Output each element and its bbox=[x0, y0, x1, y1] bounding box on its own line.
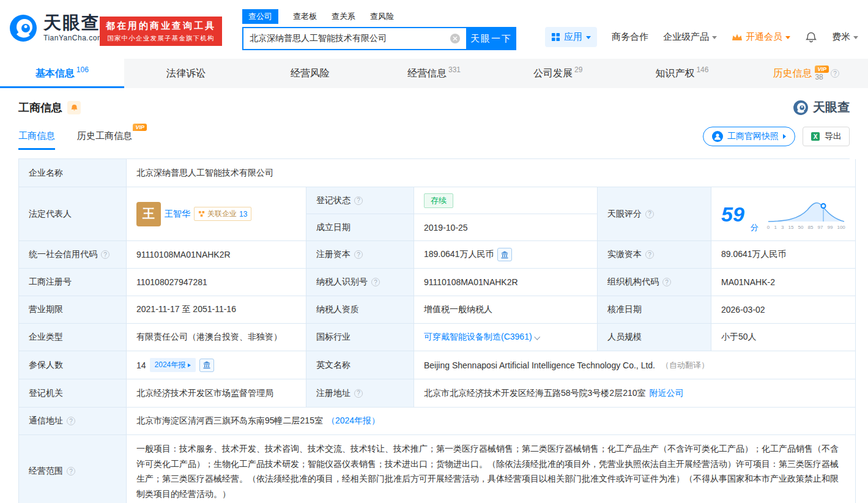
reg-address-value: 北京市北京经济技术开发区经海五路58号院3号楼2层210室 附近公司 bbox=[414, 379, 856, 408]
credit-code-label: 统一社会信用代码? bbox=[19, 241, 127, 269]
tab-count: 331 bbox=[448, 65, 461, 74]
tab-label: 历史信息 bbox=[773, 67, 812, 80]
help-icon[interactable]: ? bbox=[662, 278, 671, 286]
tab-operating-info[interactable]: 经营信息 331 bbox=[372, 59, 496, 88]
tab-intellectual-property[interactable]: 知识产权 146 bbox=[620, 59, 744, 88]
help-icon[interactable]: ? bbox=[67, 467, 75, 475]
subtab-history-business-info[interactable]: 历史工商信息 VIP bbox=[77, 130, 132, 150]
section-title: 工商信息 bbox=[18, 100, 62, 115]
business-term-value: 2021-11-17 至 2051-11-16 bbox=[127, 296, 306, 324]
tab-label: 经营信息 bbox=[407, 67, 447, 80]
industry-value: 可穿戴智能设备制造(C3961) bbox=[414, 324, 598, 351]
subtab-label: 历史工商信息 bbox=[77, 130, 132, 141]
annual-report-badge[interactable]: 2024年报 bbox=[150, 358, 196, 372]
industry-dropdown[interactable]: 可穿戴智能设备制造(C3961) bbox=[424, 332, 539, 343]
user-menu[interactable]: 费米 bbox=[832, 31, 858, 43]
export-label: 导出 bbox=[825, 131, 842, 142]
tab-operating-risk[interactable]: 经营风险 bbox=[248, 59, 372, 88]
clear-search-icon[interactable] bbox=[450, 34, 460, 43]
help-icon[interactable]: ? bbox=[67, 417, 75, 425]
enterprise-products-label: 企业级产品 bbox=[663, 31, 709, 43]
chevron-down-icon bbox=[586, 36, 591, 39]
crown-icon bbox=[732, 33, 743, 42]
tab-history-info[interactable]: 历史信息 VIP 38 ? bbox=[744, 59, 868, 88]
watermark-swirl-icon bbox=[793, 100, 809, 116]
tab-label: 知识产权 bbox=[655, 67, 694, 80]
company-section-tabs: 基本信息 106 法律诉讼 经营风险 经营信息 331 公司发展 29 知识产权… bbox=[0, 59, 868, 88]
help-icon[interactable]: ? bbox=[371, 278, 380, 286]
enterprise-products-menu[interactable]: 企业级产品 bbox=[663, 31, 717, 43]
legal-rep-name-link[interactable]: 王智华 bbox=[165, 209, 190, 220]
tab-count: 29 bbox=[574, 65, 582, 74]
tab-count: 146 bbox=[696, 65, 708, 74]
help-icon[interactable]: ? bbox=[831, 69, 839, 78]
mail-address-label: 通信地址? bbox=[19, 408, 127, 435]
chevron-down-icon bbox=[712, 36, 717, 39]
apps-menu[interactable]: 应用 bbox=[545, 27, 597, 47]
annual-report-link[interactable]: （2024年报） bbox=[327, 415, 380, 427]
company-type-label: 企业类型 bbox=[19, 324, 127, 351]
tab-legal-proceedings[interactable]: 法律诉讼 bbox=[124, 59, 248, 88]
search-tab-relation[interactable]: 查关系 bbox=[332, 11, 355, 22]
reg-capital-value: 189.0641万人民币 bbox=[414, 241, 598, 269]
search-tab-company[interactable]: 查公司 bbox=[242, 9, 278, 24]
business-cooperation-link[interactable]: 商务合作 bbox=[612, 31, 648, 43]
nearby-companies-link[interactable]: 附近公司 bbox=[650, 388, 684, 399]
tab-company-development[interactable]: 公司发展 29 bbox=[496, 59, 620, 88]
org-code-value: MA01NAHK-2 bbox=[711, 269, 856, 296]
legal-rep-avatar[interactable]: 王 bbox=[136, 202, 161, 226]
tianyancha-logo[interactable]: 天眼查 TianYanCha.com bbox=[9, 13, 103, 43]
vip-badge: VIP bbox=[133, 124, 147, 131]
business-info-table: 企业名称 北京深纳普思人工智能技术有限公司 法定代表人 王 王智华 关联企业 1… bbox=[18, 158, 850, 503]
score-distribution-chart: 0131550859799100 bbox=[767, 198, 845, 230]
help-icon[interactable]: ? bbox=[354, 389, 363, 398]
reg-number-label: 工商注册号 bbox=[19, 269, 127, 296]
mail-address-value: 北京市海淀区清河西三旗环岛东南95幢二层215室 （2024年报） bbox=[127, 408, 856, 435]
search-tab-boss[interactable]: 查老板 bbox=[293, 11, 317, 22]
search-tabs: 查公司 查老板 查关系 查风险 bbox=[242, 10, 516, 23]
tab-label: 法律诉讼 bbox=[166, 67, 206, 80]
reg-address-label: 注册地址? bbox=[306, 379, 414, 408]
chevron-down-icon bbox=[853, 36, 858, 39]
reg-status-label: 登记状态? bbox=[306, 187, 414, 214]
slogan-line2: 国家中小企业发展子基金旗下机构 bbox=[106, 34, 216, 43]
credit-code-value: 91110108MA01NAHK2R bbox=[127, 241, 306, 269]
staff-size-label: 人员规模 bbox=[598, 324, 711, 351]
subtab-business-info[interactable]: 工商信息 bbox=[18, 130, 55, 150]
tab-count: 38 bbox=[815, 73, 823, 81]
industry-label: 国标行业 bbox=[306, 324, 414, 351]
english-name-value: Beijing Shennaposi Artificial Intelligen… bbox=[414, 351, 856, 379]
help-icon[interactable]: ? bbox=[354, 250, 363, 259]
staff-size-value: 小于50人 bbox=[711, 324, 856, 351]
score-unit: 分 bbox=[751, 222, 759, 233]
subscribe-bell-icon[interactable] bbox=[67, 101, 81, 114]
company-type-value: 有限责任公司（港澳台投资、非独资） bbox=[127, 324, 306, 351]
chevron-down-icon bbox=[785, 36, 790, 39]
official-snapshot-button[interactable]: 工商官网快照 bbox=[703, 127, 795, 146]
reg-number-value: 110108027947281 bbox=[127, 269, 306, 296]
search-tab-risk[interactable]: 查风险 bbox=[370, 11, 394, 22]
help-icon[interactable]: ? bbox=[645, 210, 654, 218]
help-icon[interactable]: ? bbox=[101, 250, 109, 259]
tab-count: 106 bbox=[76, 65, 89, 74]
excel-icon: X bbox=[811, 132, 820, 141]
search-area: 查公司 查老板 查关系 查风险 天眼一下 bbox=[242, 10, 516, 50]
notifications-bell-icon[interactable] bbox=[805, 31, 817, 43]
snapshot-label: 工商官网快照 bbox=[727, 131, 779, 142]
person-badge-icon bbox=[712, 131, 723, 142]
search-input[interactable] bbox=[242, 27, 466, 50]
auto-translate-note: （自动翻译） bbox=[661, 360, 709, 371]
search-button[interactable]: 天眼一下 bbox=[466, 27, 516, 50]
help-icon[interactable]: ? bbox=[354, 196, 363, 205]
capital-history-button[interactable] bbox=[497, 248, 512, 261]
insured-history-button[interactable] bbox=[199, 359, 214, 372]
help-icon[interactable]: ? bbox=[645, 250, 654, 259]
legal-rep-value: 王 王智华 关联企业 13 bbox=[127, 187, 306, 241]
taxpayer-id-label: 纳税人识别号? bbox=[306, 269, 414, 296]
open-vip-link[interactable]: 开通会员 bbox=[732, 31, 790, 43]
reg-capital-label: 注册资本? bbox=[306, 241, 414, 269]
score-axis-labels: 0131550859799100 bbox=[767, 225, 845, 230]
export-button[interactable]: X 导出 bbox=[803, 127, 850, 146]
tab-basic-info[interactable]: 基本信息 106 bbox=[0, 59, 124, 88]
related-companies-chip[interactable]: 关联企业 13 bbox=[194, 207, 251, 221]
